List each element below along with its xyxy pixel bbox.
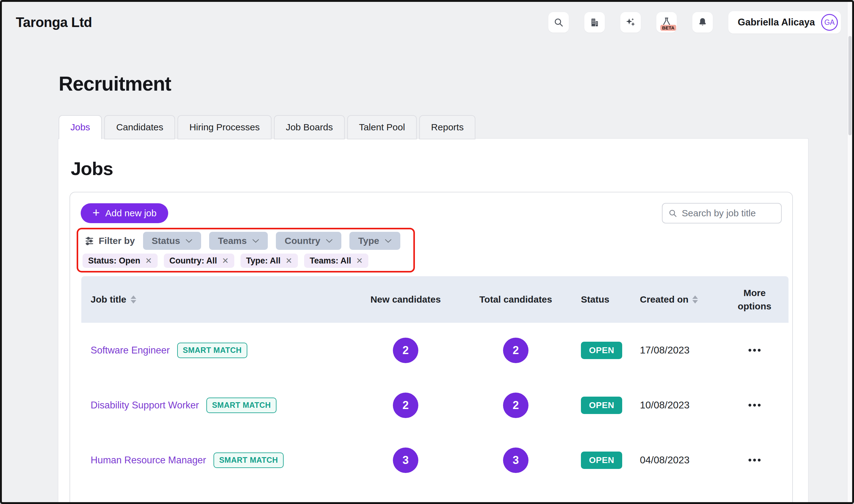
jobs-toolbar: + Add new job [70,203,792,223]
job-cell: Human Resource Manager SMART MATCH [81,452,361,468]
search-input[interactable] [682,208,776,218]
job-title-link[interactable]: Software Engineer [91,345,170,356]
status-filter-dropdown[interactable]: Status [143,232,201,250]
active-filter-chips: Status: Open ✕ Country: All ✕ Type: All … [83,254,409,268]
organisation-button[interactable] [584,12,605,33]
job-cell: Disability Support Worker SMART MATCH [81,398,361,413]
filter-by-label: Filter by [83,236,135,246]
status-badge: OPEN [581,397,622,414]
jobs-card: + Add new job [70,192,793,504]
organisation-icon [589,17,600,28]
status-badge: OPEN [581,342,622,359]
created-on-date: 04/08/2023 [640,454,721,466]
table-row: Disability Support Worker SMART MATCH 2 … [81,378,788,433]
chevron-down-icon [385,239,392,243]
chevron-down-icon [326,239,333,243]
created-on-date: 10/08/2023 [640,399,721,411]
sparkles-icon [625,17,636,28]
user-menu[interactable]: Gabriella Alicaya GA [728,11,841,34]
created-on-date: 17/08/2023 [640,344,721,356]
type-filter-dropdown[interactable]: Type [349,232,400,250]
more-options-button[interactable] [745,455,764,465]
table-row: Human Resource Manager SMART MATCH 3 3 O… [81,433,788,488]
jobs-table: Job title New candidates Total candidate… [81,276,788,504]
chevron-down-icon [186,239,193,243]
tab-job-boards[interactable]: Job Boards [274,115,345,139]
search-icon [668,209,677,218]
tab-candidates[interactable]: Candidates [104,115,175,139]
smart-match-badge: SMART MATCH [177,343,247,358]
tab-reports[interactable]: Reports [419,115,475,139]
total-candidates-count: 2 [503,338,528,363]
more-options-button[interactable] [745,401,764,410]
column-new-candidates: New candidates [370,294,441,305]
column-created-on[interactable]: Created on [640,294,721,305]
chip-status-open[interactable]: Status: Open ✕ [83,254,158,268]
new-candidates-count [393,502,418,504]
filter-row: Filter by Status Teams [83,232,409,250]
sort-icon [692,295,698,304]
tab-bar: Jobs Candidates Hiring Processes Job Boa… [59,115,852,139]
plus-icon: + [92,206,99,219]
tab-jobs[interactable]: Jobs [59,115,102,139]
beta-badge: BETA [660,25,676,31]
job-title-link[interactable]: Disability Support Worker [91,400,199,411]
chip-teams-all[interactable]: Teams: All ✕ [304,254,368,268]
add-new-job-label: Add new job [105,208,157,218]
total-candidates-count: 3 [503,448,528,473]
smart-match-badge: SMART MATCH [214,452,284,468]
filter-sliders-icon [85,236,94,246]
remove-chip-icon[interactable]: ✕ [222,256,229,266]
table-header: Job title New candidates Total candidate… [81,276,788,323]
search-button[interactable] [548,12,569,33]
notifications-button[interactable] [692,12,713,33]
app-window: Taronga Ltd [0,0,854,504]
column-job-title[interactable]: Job title [81,294,361,305]
job-title-link[interactable]: Human Resource Manager [91,455,206,466]
column-total-candidates: Total candidates [479,294,552,305]
chip-type-all[interactable]: Type: All ✕ [240,254,298,268]
avatar: GA [821,14,838,31]
remove-chip-icon[interactable]: ✕ [356,256,363,266]
new-candidates-count: 2 [393,338,418,363]
remove-chip-icon[interactable]: ✕ [286,256,292,266]
total-candidates-count [503,502,528,504]
table-row-partial: SMART MATCH OPEN [81,488,788,504]
bell-icon [697,17,708,28]
table-row: Software Engineer SMART MATCH 2 2 OPEN 1… [81,323,788,378]
more-options-button[interactable] [745,346,764,355]
total-candidates-count: 2 [503,393,528,418]
new-candidates-count: 2 [393,393,418,418]
search-icon [553,17,564,28]
job-search [662,203,782,223]
sort-icon [131,295,136,304]
job-cell: Software Engineer SMART MATCH [81,343,361,358]
tab-talent-pool[interactable]: Talent Pool [347,115,417,139]
company-name: Taronga Ltd [16,15,92,30]
remove-chip-icon[interactable]: ✕ [145,256,152,266]
teams-filter-dropdown[interactable]: Teams [209,232,268,250]
chevron-down-icon [252,239,259,243]
chip-country-all[interactable]: Country: All ✕ [164,254,234,268]
tab-hiring-processes[interactable]: Hiring Processes [178,115,272,139]
page-title: Recruitment [59,72,852,95]
jobs-panel: Jobs + Add new job [58,138,809,504]
column-status: Status [581,294,640,305]
smart-match-badge: SMART MATCH [206,398,276,413]
status-badge: OPEN [581,452,622,469]
annotation-highlight: Filter by Status Teams [77,228,415,272]
top-bar: Taronga Ltd [2,2,852,34]
ai-assistant-button[interactable] [620,12,641,33]
column-more-options: More options [730,286,780,313]
add-new-job-button[interactable]: + Add new job [81,203,168,223]
section-title: Jobs [71,158,808,179]
top-bar-actions: BETA Gabriella Alicaya GA [548,11,841,34]
user-name: Gabriella Alicaya [738,17,815,28]
new-candidates-count: 3 [393,448,418,473]
labs-beta-button[interactable]: BETA [656,12,677,33]
country-filter-dropdown[interactable]: Country [276,232,341,250]
scrollbar-track[interactable] [847,2,852,502]
